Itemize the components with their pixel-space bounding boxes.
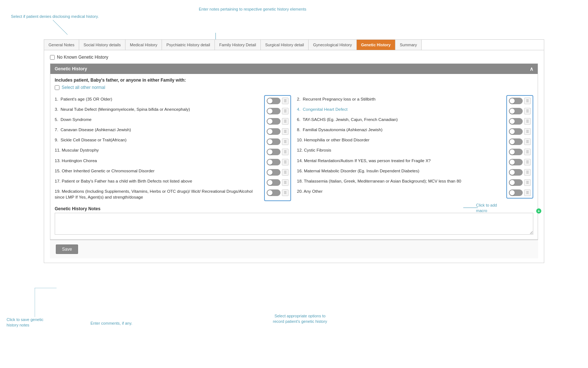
callout-bottom-right-select: Select appropriate options torecord pati… — [273, 313, 327, 325]
note-icon-13[interactable]: ☰ — [282, 159, 289, 165]
callout-top-center: Enter notes pertaining to respective gen… — [199, 7, 306, 12]
note-icon-1[interactable]: ☰ — [282, 98, 289, 104]
note-icon-18[interactable]: ☰ — [524, 179, 531, 186]
no-known-checkbox[interactable] — [50, 55, 55, 60]
list-item: 19. Medications (Including Supplements, … — [55, 187, 262, 201]
note-icon-15[interactable]: ☰ — [282, 169, 289, 176]
tab-family-history[interactable]: Family History Detail — [215, 40, 261, 50]
note-icon-20[interactable]: ☰ — [524, 189, 531, 196]
note-icon-19[interactable]: ☰ — [282, 189, 289, 196]
item-label: 11. Muscular Dystrophy — [55, 147, 262, 153]
list-item: 13. Huntington Chorea — [55, 157, 262, 165]
tab-social-history[interactable]: Social History details — [79, 40, 125, 50]
toggle-note-pair: ☰ — [509, 168, 531, 176]
section-header: Genetic History ∧ — [50, 64, 538, 74]
collapse-icon[interactable]: ∧ — [530, 66, 533, 72]
tab-general-notes[interactable]: General Notes — [44, 40, 79, 50]
toggle-2[interactable] — [509, 98, 523, 104]
toggle-7[interactable] — [267, 128, 281, 135]
tabs-bar: General Notes Social History details Med… — [44, 40, 544, 50]
item-label: 2. Recurrent Pregnancy loss or a Stillbi… — [297, 96, 504, 102]
no-known-row: No Known Genetic History — [50, 55, 538, 60]
item-label: 10. Hemophilia or other Blood Disorder — [297, 137, 504, 143]
note-icon-12[interactable]: ☰ — [524, 149, 531, 155]
toggle-3[interactable] — [267, 108, 281, 114]
toggle-15[interactable] — [267, 169, 281, 176]
toggle-11[interactable] — [267, 149, 281, 155]
tab-medical-history[interactable]: Medical History — [125, 40, 162, 50]
right-column: 2. Recurrent Pregnancy loss or a Stillbi… — [297, 95, 533, 201]
note-icon-11[interactable]: ☰ — [282, 149, 289, 155]
content-area: No Known Genetic History Genetic History… — [44, 50, 544, 263]
note-icon-9[interactable]: ☰ — [282, 138, 289, 145]
note-icon-17[interactable]: ☰ — [282, 179, 289, 186]
item-label: 1. Patient's age (35 OR Older) — [55, 96, 262, 102]
callout-line-bottom-left — [35, 288, 64, 317]
list-item: 7. Canavan Disease (Ashkenazi Jewish) — [55, 126, 262, 134]
toggle-19[interactable] — [267, 189, 281, 196]
tab-surgical-history[interactable]: Surgical History detail — [261, 40, 309, 50]
main-content: General Notes Social History details Med… — [44, 39, 544, 263]
toggle-note-pair: ☰ — [509, 148, 531, 156]
toggle-10[interactable] — [509, 138, 523, 145]
item-label: 8. Familial Dysautonomia (Ashkenazi Jewi… — [297, 127, 504, 133]
list-item: 11. Muscular Dystrophy — [55, 146, 262, 154]
select-all-checkbox[interactable] — [55, 85, 59, 90]
tab-gynecological-history[interactable]: Gynecological History — [309, 40, 356, 50]
toggle-20[interactable] — [509, 189, 523, 196]
tab-summary[interactable]: Summary — [395, 40, 422, 50]
svg-line-0 — [53, 20, 67, 35]
toggle-note-pair: ☰ — [267, 117, 289, 125]
toggle-16[interactable] — [509, 169, 523, 176]
toggle-17[interactable] — [267, 179, 281, 186]
right-toggle-border-box: ☰ ☰ ☰ — [506, 95, 533, 199]
note-icon-7[interactable]: ☰ — [282, 128, 289, 135]
save-button[interactable]: Save — [56, 244, 78, 254]
toggle-14[interactable] — [509, 159, 523, 165]
left-col-inner: 1. Patient's age (35 OR Older) 3. Neural… — [55, 95, 291, 201]
callout-line-top-left — [53, 20, 75, 42]
note-icon-3[interactable]: ☰ — [282, 108, 289, 114]
toggle-4[interactable] — [509, 108, 523, 114]
add-macro-button[interactable]: + — [536, 208, 541, 214]
note-icon-14[interactable]: ☰ — [524, 159, 531, 165]
list-item: 17. Patient or Baby's Father has a child… — [55, 177, 262, 185]
list-item: 12. Cystic Fibrosis — [297, 146, 504, 154]
toggle-1[interactable] — [267, 98, 281, 104]
note-icon-4[interactable]: ☰ — [524, 108, 531, 114]
right-col-inner: 2. Recurrent Pregnancy loss or a Stillbi… — [297, 95, 533, 199]
toggle-6[interactable] — [509, 118, 523, 125]
items-two-col: 1. Patient's age (35 OR Older) 3. Neural… — [55, 95, 533, 201]
note-icon-6[interactable]: ☰ — [524, 118, 531, 125]
list-item: 20. Any Other — [297, 187, 504, 195]
list-item: 8. Familial Dysautonomia (Ashkenazi Jewi… — [297, 126, 504, 134]
callout-line-macro — [463, 204, 478, 211]
item-label: 15. Other Inherited Genetic or Chromosom… — [55, 168, 262, 174]
toggle-9[interactable] — [267, 138, 281, 145]
callout-right-macro: Click to addmacro — [476, 203, 497, 214]
section-title: Genetic History — [55, 66, 87, 71]
toggle-note-pair: ☰ — [509, 117, 531, 125]
item-label: 16. Maternal Metabolic Disorder (Eg. Ins… — [297, 168, 504, 174]
toggle-note-pair: ☰ — [267, 128, 289, 136]
tab-genetic-history[interactable]: Genetic History — [357, 40, 395, 50]
note-icon-5[interactable]: ☰ — [282, 118, 289, 125]
note-icon-8[interactable]: ☰ — [524, 128, 531, 135]
note-icon-10[interactable]: ☰ — [524, 138, 531, 145]
notes-textarea[interactable] — [55, 213, 533, 235]
item-label: 7. Canavan Disease (Ashkenazi Jewish) — [55, 127, 262, 133]
item-label: 6. TAY-SACHS (Eg. Jewish, Cajun, French … — [297, 117, 504, 122]
toggle-8[interactable] — [509, 128, 523, 135]
note-icon-2[interactable]: ☰ — [524, 98, 531, 104]
item-label: 9. Sickle Cell Disease or Trait(African) — [55, 137, 262, 143]
toggle-12[interactable] — [509, 149, 523, 155]
toggle-note-pair: ☰ — [509, 107, 531, 115]
note-icon-16[interactable]: ☰ — [524, 169, 531, 176]
toggle-5[interactable] — [267, 118, 281, 125]
select-all-label: Select all other normal — [62, 85, 105, 90]
tab-psychiatric-history[interactable]: Psychiatric History detail — [162, 40, 215, 50]
toggle-18[interactable] — [509, 179, 523, 186]
list-item: 14. Mental Retardation/Autism If YES, wa… — [297, 157, 504, 165]
toggle-13[interactable] — [267, 159, 281, 165]
item-label: 19. Medications (Including Supplements, … — [55, 188, 262, 200]
